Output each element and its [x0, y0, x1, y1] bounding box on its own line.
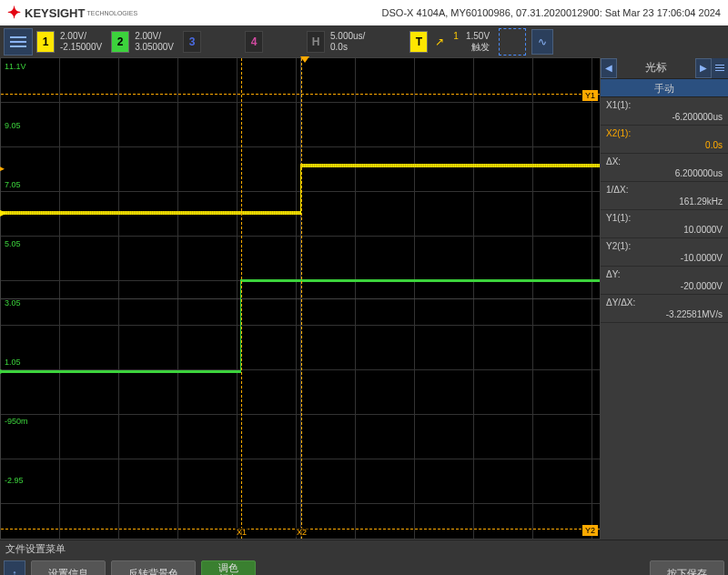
ch1-trace-high	[300, 164, 600, 167]
ch1-ground-marker: 1▶	[0, 207, 6, 217]
cursor-x2-line[interactable]	[301, 58, 302, 539]
cursor-mode[interactable]: 手动	[601, 79, 728, 97]
horizontal-info: 5.000us/ 0.0s	[330, 31, 365, 53]
cursor-y1-line[interactable]	[1, 94, 600, 95]
channel-4-box[interactable]: 4	[245, 31, 263, 53]
main-area: 11.1V 9.05 7.05 5.05 3.05 1.05 -950m -2.…	[0, 57, 728, 540]
save-button[interactable]: 按下保存	[650, 560, 724, 575]
brand-name: KEYSIGHT	[25, 6, 85, 20]
trigger-ch: 1	[453, 31, 459, 42]
ch2-scale: 2.00V/	[135, 31, 174, 42]
trigger-box[interactable]: T	[410, 31, 428, 53]
h-pos: 0.0s	[330, 42, 365, 53]
waveform-button[interactable]: ∿	[531, 29, 553, 55]
footer-up-button[interactable]: ↑	[4, 560, 25, 575]
measure-dy: ΔY: -20.0000V	[601, 267, 728, 295]
status-bar: 文件设置菜单	[0, 540, 728, 556]
logo: ✦ KEYSIGHT TECHNOLOGIES	[7, 3, 137, 23]
measure-y1: Y1(1): 10.0000V	[601, 210, 728, 238]
trigger-level: 1.50V	[466, 31, 490, 42]
measure-dx: ΔX: 6.200000us	[601, 154, 728, 182]
header-bar: ✦ KEYSIGHT TECHNOLOGIES DSO-X 4104A, MY6…	[0, 0, 728, 25]
ch1-trace-low	[1, 211, 300, 215]
sidebar-next-button[interactable]: ▶	[695, 58, 712, 78]
measure-y2: Y2(1): -10.0000V	[601, 238, 728, 267]
channel-1-box[interactable]: 1	[36, 31, 55, 53]
model-info: DSO-X 4104A, MY60100986, 07.31.202001290…	[382, 7, 721, 18]
channel-1-info: 2.00V/ -2.15000V	[60, 31, 102, 53]
cursor-sidebar: ◀ 光标 ▶ 手动 X1(1): -6.200000us X2(1): 0.0s…	[601, 57, 728, 540]
toolbar: 1 2.00V/ -2.15000V 2 2.00V/ 3.05000V 3 4…	[0, 25, 728, 57]
cursor-x2-label: X2	[295, 528, 308, 537]
cursor-x1-line[interactable]	[241, 58, 242, 539]
cursor-x1-label: X1	[235, 528, 248, 537]
sidebar-title: 光标	[617, 60, 695, 76]
keysight-logo-icon: ✦	[7, 3, 21, 23]
ch2-offset: 3.05000V	[135, 42, 174, 53]
measure-x2: X2(1): 0.0s	[601, 126, 728, 154]
channel-2-box[interactable]: 2	[111, 31, 129, 53]
grid-center-horizontal	[1, 298, 600, 299]
horizontal-box[interactable]: H	[307, 31, 325, 53]
sidebar-prev-button[interactable]: ◀	[601, 58, 617, 78]
ch1-offset: -2.15000V	[60, 42, 102, 53]
color-button[interactable]: 调色 颜色	[201, 560, 256, 575]
trigger-status: 触发	[453, 42, 490, 53]
measure-freq: 1/ΔX: 161.29kHz	[601, 182, 728, 210]
channel-3-box[interactable]: 3	[183, 31, 201, 53]
sidebar-header: ◀ 光标 ▶	[601, 57, 728, 79]
settings-info-button[interactable]: 设置信息	[31, 560, 106, 575]
trigger-level-marker: T▶	[0, 164, 5, 173]
brand-sub: TECHNOLOGIES	[86, 10, 137, 16]
waveform-grid[interactable]: 11.1V 9.05 7.05 5.05 3.05 1.05 -950m -2.…	[0, 57, 601, 540]
trigger-edge-icon: ↗	[435, 35, 444, 48]
channel-2-info: 2.00V/ 3.05000V	[135, 31, 174, 53]
ch2-trace-low	[1, 370, 240, 373]
h-scale: 5.000us/	[330, 31, 365, 42]
cursor-y1-tag: Y1	[582, 90, 598, 101]
footer-toolbar: ↑ 设置信息 反转背景色 调色 颜色 按下保存	[0, 556, 728, 575]
ch2-ground-marker: 2▶	[0, 366, 5, 376]
measure-x1: X1(1): -6.200000us	[601, 97, 728, 126]
ch2-trace-high	[240, 279, 600, 282]
invert-bg-button[interactable]: 反转背景色	[111, 560, 196, 575]
cursor-y2-tag: Y2	[582, 525, 598, 536]
sidebar-menu-button[interactable]	[712, 58, 728, 78]
main-menu-button[interactable]	[4, 28, 33, 55]
y-axis-labels: 11.1V 9.05 7.05 5.05 3.05 1.05 -950m -2.…	[5, 58, 28, 539]
trigger-info: 1 1.50V 触发	[453, 31, 490, 53]
selection-tool[interactable]	[499, 28, 526, 55]
ch1-scale: 2.00V/	[60, 31, 102, 42]
measure-dydx: ΔY/ΔX: -3.22581MV/s	[601, 295, 728, 323]
